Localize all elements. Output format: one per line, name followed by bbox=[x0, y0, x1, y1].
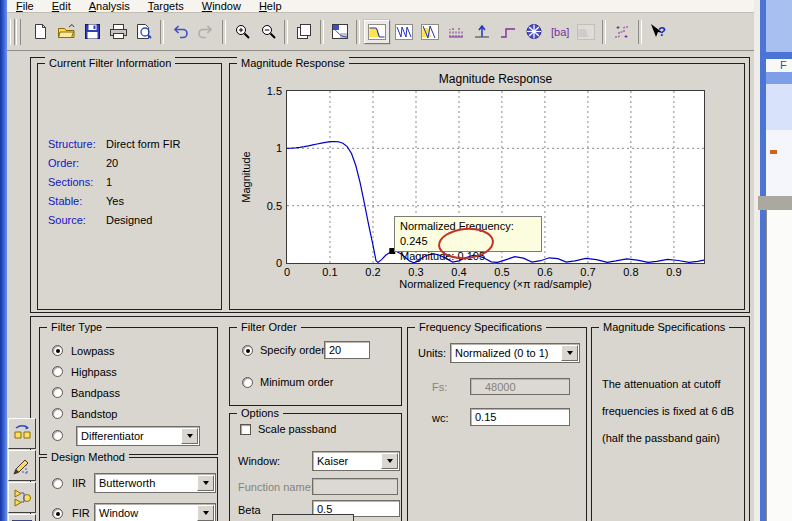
print-to-figure-icon[interactable] bbox=[292, 21, 316, 43]
open-file-icon[interactable] bbox=[54, 21, 78, 43]
data-tip-magnitude: Magnitude: 0.105 bbox=[400, 249, 541, 264]
y-tick-label: 0 bbox=[254, 257, 282, 269]
toolbar-grip[interactable] bbox=[10, 19, 15, 45]
filter-info-list: Structure:Direct form FIROrder:20Section… bbox=[48, 138, 217, 233]
filter-info-row: Order:20 bbox=[48, 157, 217, 176]
toolbar-grip[interactable] bbox=[16, 19, 21, 45]
menu-file[interactable]: File bbox=[7, 0, 43, 12]
x-tick-label: 0.6 bbox=[530, 266, 560, 278]
realize-model-button[interactable] bbox=[8, 482, 36, 513]
dropdown-arrow-icon[interactable] bbox=[197, 505, 214, 521]
iir-method-dropdown[interactable]: Butterworth bbox=[94, 473, 216, 493]
menu-targets[interactable]: Targets bbox=[139, 0, 193, 12]
filter-info-label: Order: bbox=[48, 157, 106, 176]
dropdown-value: Kaiser bbox=[317, 455, 348, 467]
pole-zero-plot-icon[interactable] bbox=[522, 21, 546, 43]
group-delay-icon[interactable] bbox=[444, 21, 468, 43]
background-window-fragment bbox=[766, 210, 792, 521]
specify-order-radio[interactable] bbox=[242, 345, 253, 356]
units-dropdown[interactable]: Normalized (0 to 1) bbox=[450, 343, 580, 363]
new-file-icon[interactable] bbox=[28, 21, 52, 43]
print-preview-icon[interactable] bbox=[132, 21, 156, 43]
impulse-response-icon[interactable] bbox=[470, 21, 494, 43]
magnitude-response-icon[interactable] bbox=[364, 20, 390, 44]
iir-label: IIR bbox=[72, 477, 86, 489]
zoom-out-icon[interactable] bbox=[256, 21, 280, 43]
magnitude-and-phase-icon[interactable] bbox=[418, 21, 442, 43]
x-tick-label: 0.2 bbox=[358, 266, 388, 278]
lowpass-radio[interactable] bbox=[52, 345, 63, 356]
x-tick-label: 0.7 bbox=[573, 266, 603, 278]
data-tip[interactable]: Normalized Frequency: 0.245 Magnitude: 0… bbox=[394, 216, 542, 252]
bandstop-radio[interactable] bbox=[52, 408, 63, 419]
filter-info-value: Yes bbox=[106, 195, 124, 214]
dropdown-arrow-icon[interactable] bbox=[197, 475, 214, 491]
print-icon[interactable] bbox=[106, 21, 130, 43]
filter-order-panel: Filter Order Specify order: 20 Minimum o… bbox=[229, 327, 402, 406]
pole-zero-editor-button[interactable] bbox=[8, 450, 36, 481]
filter-specifications-icon[interactable] bbox=[328, 21, 352, 43]
toolbar-separator bbox=[602, 20, 606, 44]
step-response-icon[interactable] bbox=[496, 21, 520, 43]
x-tick-label: 0.1 bbox=[315, 266, 345, 278]
fir-label: FIR bbox=[72, 507, 90, 519]
special-filter-type-radio[interactable] bbox=[52, 430, 63, 441]
menu-window[interactable]: Window bbox=[193, 0, 250, 12]
toolbar-separator bbox=[222, 20, 226, 44]
special-filter-type-dropdown[interactable]: Differentiator bbox=[76, 426, 200, 446]
fdatool-window: { "menu": {"items": ["File", "Edit", "An… bbox=[0, 0, 792, 521]
fir-radio[interactable] bbox=[52, 508, 63, 519]
toolbar-separator bbox=[160, 20, 164, 44]
filter-info-label: Sections: bbox=[48, 176, 106, 195]
minimum-order-radio[interactable] bbox=[242, 377, 253, 388]
background-window-fragment bbox=[766, 0, 792, 52]
svg-text:?: ? bbox=[658, 24, 666, 39]
x-tick-label: 0.9 bbox=[659, 266, 689, 278]
magnitude-specs-text: The attenuation at cutofffrequencies is … bbox=[602, 378, 738, 459]
dropdown-arrow-icon[interactable] bbox=[561, 345, 578, 361]
undo-icon[interactable] bbox=[168, 21, 192, 43]
toolbar-separator bbox=[638, 20, 642, 44]
help-icon[interactable]: ? bbox=[646, 21, 670, 43]
options-panel: Options Scale passband Window: Kaiser Fu… bbox=[229, 413, 402, 521]
set-quantization-icon[interactable] bbox=[610, 21, 634, 43]
design-method-panel: Design Method IIR Butterworth FIR Window bbox=[39, 457, 218, 521]
fir-method-dropdown[interactable]: Window bbox=[94, 503, 216, 521]
panel-title: Filter Order bbox=[237, 321, 301, 333]
design-filter-button[interactable] bbox=[8, 514, 36, 521]
background-window-text: F bbox=[766, 59, 792, 72]
panel-title: Filter Type bbox=[47, 321, 106, 333]
bandpass-radio[interactable] bbox=[52, 387, 63, 398]
y-tick-label: 1 bbox=[254, 142, 282, 154]
bandstop-label: Bandstop bbox=[71, 408, 117, 420]
toolbar-separator bbox=[284, 20, 288, 44]
wc-input[interactable]: 0.15 bbox=[470, 408, 570, 426]
design-filter-button[interactable] bbox=[272, 514, 354, 521]
filter-info-value: Direct form FIR bbox=[106, 138, 181, 157]
iir-radio[interactable] bbox=[52, 478, 63, 489]
save-icon[interactable] bbox=[80, 21, 104, 43]
highpass-radio[interactable] bbox=[52, 366, 63, 377]
dropdown-arrow-icon[interactable] bbox=[181, 428, 198, 444]
window-dropdown[interactable]: Kaiser bbox=[312, 451, 400, 471]
phase-response-icon[interactable] bbox=[392, 21, 416, 43]
menu-help[interactable]: Help bbox=[250, 0, 291, 12]
scale-passband-checkbox[interactable] bbox=[240, 424, 251, 435]
order-input[interactable]: 20 bbox=[324, 341, 370, 359]
filter-type-option: Bandstop bbox=[52, 403, 213, 424]
toolbar: [ba]? bbox=[7, 13, 754, 51]
toolbar-separator bbox=[356, 20, 360, 44]
x-tick-label: 0.3 bbox=[401, 266, 431, 278]
dropdown-arrow-icon[interactable] bbox=[381, 453, 398, 469]
filter-type-panel: Filter Type LowpassHighpassBandpassBands… bbox=[39, 327, 218, 455]
menu-edit[interactable]: Edit bbox=[43, 0, 80, 12]
menu-analysis[interactable]: Analysis bbox=[80, 0, 139, 12]
filter-info-label: Source: bbox=[48, 214, 106, 233]
import-filter-button[interactable] bbox=[8, 418, 36, 449]
filter-coefficients-icon[interactable]: [ba] bbox=[548, 21, 572, 43]
y-tick-label: 1.5 bbox=[254, 85, 282, 97]
y-axis-label: Magnitude bbox=[240, 151, 252, 202]
magnitude-specs-line: The attenuation at cutoff bbox=[602, 378, 738, 391]
magnitude-specs-line: frequencies is fixed at 6 dB bbox=[602, 405, 738, 418]
zoom-in-icon[interactable] bbox=[230, 21, 254, 43]
